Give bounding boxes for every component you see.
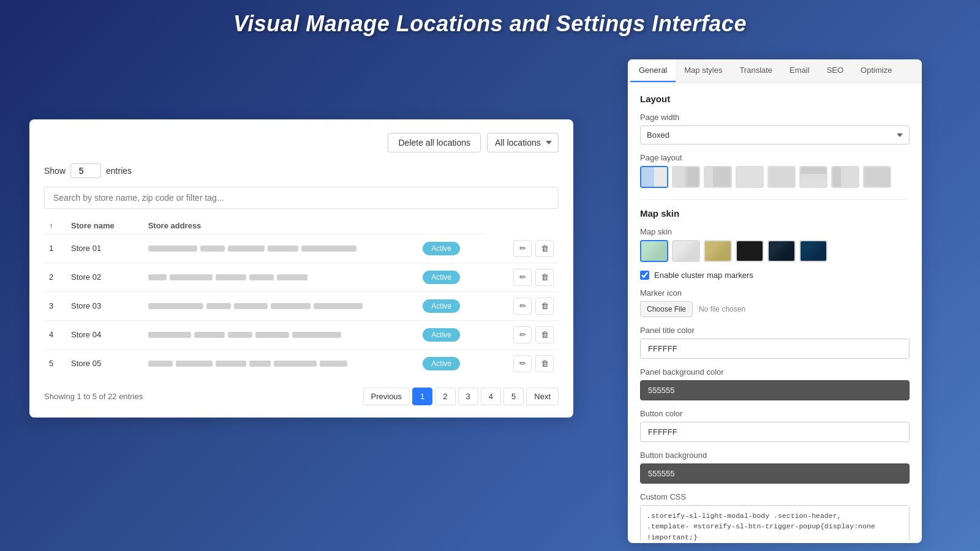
tab-map-styles[interactable]: Map styles <box>676 59 731 82</box>
layout-section-title: Layout <box>640 94 910 104</box>
page-1-button[interactable]: 1 <box>412 388 432 405</box>
edit-button[interactable]: ✏ <box>513 355 532 372</box>
right-panel: General Map styles Translate Email SEO O… <box>628 59 922 543</box>
no-file-text: No file chosen <box>699 305 745 313</box>
row-store-name: Store 03 <box>66 291 143 320</box>
row-store-address <box>143 320 418 349</box>
sort-icon[interactable]: ↑ <box>49 221 53 230</box>
button-bg-value[interactable]: 555555 <box>640 463 910 484</box>
col-number: ↑ <box>44 217 66 234</box>
custom-css-textarea[interactable]: .storeify-sl-light-modal-body .section-h… <box>640 505 910 541</box>
layout-option-5[interactable] <box>767 166 796 188</box>
enable-cluster-label: Enable cluster map markers <box>654 271 753 280</box>
panel-bg-color-value[interactable]: 555555 <box>640 380 910 400</box>
row-number: 5 <box>44 349 66 378</box>
divider-1 <box>640 199 910 200</box>
active-badge: Active <box>423 242 460 255</box>
button-color-value[interactable]: FFFFFF <box>640 422 910 442</box>
map-skin-section-title: Map skin <box>640 208 910 219</box>
panel-title-color-label: Panel title color <box>640 326 910 335</box>
layout-option-2[interactable] <box>672 166 700 188</box>
row-store-name: Store 04 <box>66 320 143 349</box>
layout-options <box>640 166 910 188</box>
tab-translate[interactable]: Translate <box>731 59 781 82</box>
row-store-name: Store 01 <box>66 234 143 263</box>
skin-option-4[interactable] <box>736 240 764 262</box>
delete-button[interactable]: 🗑 <box>535 326 554 343</box>
table-row: 5 Store 05 Active ✏ 🗑 <box>44 349 559 378</box>
delete-button[interactable]: 🗑 <box>535 240 554 257</box>
edit-button[interactable]: ✏ <box>513 326 532 343</box>
skin-option-5[interactable] <box>767 240 796 262</box>
skin-option-6[interactable] <box>799 240 827 262</box>
panel-title-color-value[interactable]: FFFFFF <box>640 339 910 359</box>
layout-option-3[interactable] <box>704 166 732 188</box>
skin-option-3[interactable] <box>704 240 732 262</box>
entries-label: entries <box>106 166 132 176</box>
row-store-address <box>143 234 418 263</box>
next-button[interactable]: Next <box>526 388 559 405</box>
row-status: Active <box>418 320 486 349</box>
layout-option-8[interactable] <box>863 166 891 188</box>
layout-option-4[interactable] <box>736 166 764 188</box>
pagination-row: Showing 1 to 5 of 22 entries Previous 1 … <box>44 388 559 405</box>
pagination: Previous 1 2 3 4 5 Next <box>363 388 559 405</box>
table-row: 1 Store 01 Active ✏ 🗑 <box>44 234 559 263</box>
page-layout-label: Page layout <box>640 153 910 162</box>
page-width-label: Page width <box>640 113 910 122</box>
col-actions <box>418 217 486 234</box>
tab-email[interactable]: Email <box>781 59 818 82</box>
top-bar: Delete all locations All locations <box>44 133 559 152</box>
row-store-name: Store 05 <box>66 349 143 378</box>
active-badge: Active <box>423 357 460 370</box>
layout-option-6[interactable] <box>799 166 827 188</box>
row-number: 2 <box>44 263 66 291</box>
page-4-button[interactable]: 4 <box>481 388 501 405</box>
col-store-address: Store address <box>143 217 418 234</box>
edit-button[interactable]: ✏ <box>513 269 532 286</box>
custom-css-label: Custom CSS <box>640 492 910 501</box>
button-bg-label: Button background <box>640 451 910 460</box>
edit-button[interactable]: ✏ <box>513 240 532 257</box>
skin-option-1[interactable] <box>640 240 668 262</box>
col-store-name[interactable]: Store name <box>66 217 143 234</box>
row-number: 4 <box>44 320 66 349</box>
search-input[interactable] <box>44 187 559 209</box>
panel-bg-color-label: Panel background color <box>640 367 910 377</box>
row-actions: ✏ 🗑 <box>486 320 559 349</box>
page-2-button[interactable]: 2 <box>435 388 455 405</box>
row-store-name: Store 02 <box>66 263 143 291</box>
button-color-label: Button color <box>640 409 910 418</box>
skin-option-2[interactable] <box>672 240 700 262</box>
show-entries-input[interactable] <box>70 163 101 178</box>
page-3-button[interactable]: 3 <box>458 388 478 405</box>
enable-cluster-checkbox[interactable] <box>640 271 649 280</box>
show-row: Show entries <box>44 163 559 178</box>
layout-option-1[interactable] <box>640 166 668 188</box>
choose-file-button[interactable]: Choose File <box>640 301 693 317</box>
tab-optimize[interactable]: Optimize <box>852 59 900 82</box>
delete-all-button[interactable]: Delete all locations <box>388 133 481 152</box>
edit-button[interactable]: ✏ <box>513 298 532 315</box>
previous-button[interactable]: Previous <box>363 388 410 405</box>
active-badge: Active <box>423 299 460 313</box>
map-skin-label: Map skin <box>640 227 910 236</box>
row-number: 3 <box>44 291 66 320</box>
row-store-address <box>143 291 418 320</box>
row-number: 1 <box>44 234 66 263</box>
tab-seo[interactable]: SEO <box>818 59 852 82</box>
delete-button[interactable]: 🗑 <box>535 355 554 372</box>
page-width-select[interactable]: Boxed <box>640 126 910 144</box>
row-status: Active <box>418 349 486 378</box>
table-row: 4 Store 04 Active ✏ 🗑 <box>44 320 559 349</box>
tab-general[interactable]: General <box>630 59 676 82</box>
marker-icon-row: Choose File No file chosen <box>640 301 910 317</box>
row-actions: ✏ 🗑 <box>486 263 559 291</box>
all-locations-select[interactable]: All locations <box>487 133 559 152</box>
row-actions: ✏ 🗑 <box>486 234 559 263</box>
page-5-button[interactable]: 5 <box>503 388 524 405</box>
delete-button[interactable]: 🗑 <box>535 269 554 286</box>
layout-option-7[interactable] <box>831 166 859 188</box>
row-store-address <box>143 263 418 291</box>
delete-button[interactable]: 🗑 <box>535 298 554 315</box>
